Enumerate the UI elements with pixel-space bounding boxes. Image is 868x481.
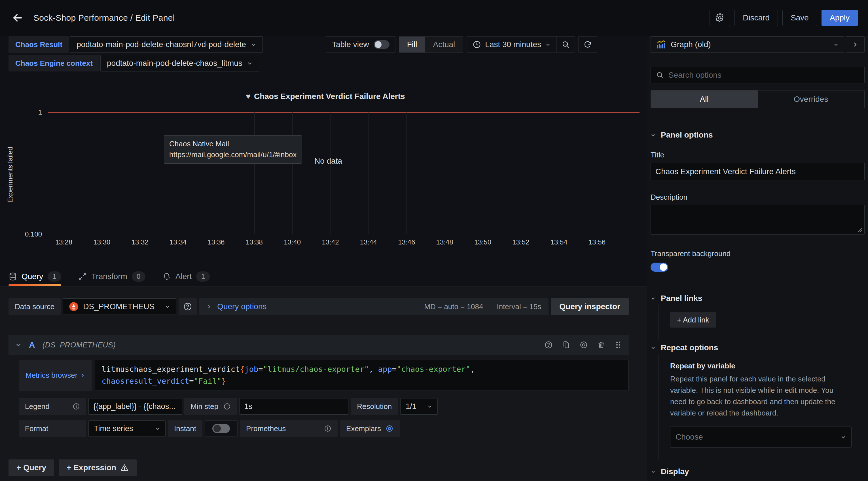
metrics-browser-label: Metrics browser <box>26 371 78 380</box>
transparent-bg-toggle[interactable] <box>651 263 668 272</box>
datasource-picker[interactable]: DS_PROMETHEUS <box>63 298 176 315</box>
chevron-down-icon <box>251 42 256 48</box>
max-data-points-text: MD = auto = 1084 <box>424 302 483 311</box>
transform-icon <box>78 272 87 281</box>
tab-transform[interactable]: Transform 0 <box>78 267 146 286</box>
time-range-picker[interactable]: Last 30 minutes <box>467 36 575 53</box>
time-range-main[interactable]: Last 30 minutes <box>467 37 556 53</box>
y-axis-label: Experiments failed <box>6 147 14 203</box>
search-options-input[interactable]: Search options <box>651 67 865 83</box>
format-label-chip: Format <box>19 420 86 437</box>
visualization-row: Graph (old) <box>651 36 865 53</box>
exemplars-field[interactable]: Exemplars <box>340 420 400 437</box>
tooltip-url: https://mail.google.com/mail/u/1/#inbox <box>169 149 297 160</box>
divider <box>647 124 868 124</box>
discard-button[interactable]: Discard <box>735 10 778 26</box>
promql-query-input[interactable]: litmuschaos_experiment_verdict{job="litm… <box>95 360 629 391</box>
add-link-button[interactable]: + Add link <box>670 312 716 328</box>
table-view-switch[interactable] <box>374 40 390 49</box>
gridline <box>521 112 521 234</box>
query-options-bar[interactable]: Query options MD = auto = 1084 Interval … <box>199 298 549 315</box>
zoom-out-icon <box>562 40 570 49</box>
query-inspector-button[interactable]: Query inspector <box>551 298 629 315</box>
description-field-label: Description <box>651 193 865 202</box>
panel-options-section-header[interactable]: Panel options <box>651 128 865 142</box>
variable-value-dropdown[interactable]: podtato-main-pod-delete-chaos_litmus <box>100 55 259 71</box>
tab-overrides[interactable]: Overrides <box>758 90 865 108</box>
metrics-browser-button[interactable]: Metrics browser <box>19 360 92 391</box>
x-axis-tick: 13:54 <box>551 238 567 246</box>
panel-description-textarea[interactable] <box>651 205 865 235</box>
x-axis-tick: 13:42 <box>322 238 339 246</box>
tab-alert[interactable]: Alert 1 <box>162 267 210 286</box>
add-query-button[interactable]: + Query <box>8 459 54 476</box>
back-arrow-icon[interactable] <box>10 10 25 25</box>
panel-links-section-header[interactable]: Panel links <box>651 292 865 305</box>
chevron-right-icon <box>80 373 85 378</box>
query-options-row-2: Format Time series Instant <box>19 420 629 437</box>
fill-actual-group: Fill Actual <box>399 36 463 53</box>
panel-links-body: + Add link <box>658 305 865 340</box>
visualization-picker[interactable]: Graph (old) <box>651 36 844 53</box>
add-expression-button[interactable]: + Expression <box>59 459 136 476</box>
datasource-label: Data source <box>8 298 61 315</box>
actual-option[interactable]: Actual <box>425 37 463 53</box>
repeat-variable-select[interactable]: Choose <box>670 426 851 448</box>
tab-transform-label: Transform <box>91 272 127 281</box>
datasource-help-button[interactable] <box>179 298 197 315</box>
resolution-select[interactable]: 1/1 <box>400 398 438 415</box>
y-axis-tick: 0.100 <box>2 230 42 238</box>
save-button[interactable]: Save <box>782 10 817 26</box>
warning-triangle-icon <box>120 463 129 472</box>
chevron-right-icon <box>852 41 858 48</box>
search-placeholder: Search options <box>669 71 721 80</box>
search-icon <box>656 71 664 79</box>
page-title: Sock-Shop Performance / Edit Panel <box>33 13 175 23</box>
info-circle-icon <box>72 403 80 410</box>
help-circle-icon[interactable] <box>544 341 553 349</box>
drag-handle-icon[interactable] <box>615 341 622 349</box>
delete-query-trash-icon[interactable] <box>597 341 606 349</box>
instant-toggle[interactable] <box>205 420 238 437</box>
dashboard-variables: Chaos Result podtato-main-pod-delete-cha… <box>8 36 263 71</box>
fill-option[interactable]: Fill <box>399 37 425 53</box>
repeat-options-section-header[interactable]: Repeat options <box>651 341 865 354</box>
collapse-pane-button[interactable] <box>846 36 865 53</box>
instant-switch[interactable] <box>212 424 230 433</box>
topbar-actions: Discard Save Apply <box>710 10 858 26</box>
legend-input[interactable] <box>88 398 182 415</box>
gridline <box>483 112 483 234</box>
all-overrides-tabs: All Overrides <box>651 90 865 108</box>
visualization-name: Graph (old) <box>671 40 711 49</box>
duplicate-query-icon[interactable] <box>562 341 570 349</box>
chevron-down-icon <box>155 426 160 431</box>
gridline <box>64 112 64 234</box>
tab-query[interactable]: Query 1 <box>8 267 61 286</box>
query-row-header[interactable]: A (DS_PROMETHEUS) <box>8 335 629 355</box>
table-view-toggle[interactable]: Table view <box>326 36 396 53</box>
graph-vis-icon <box>656 39 666 50</box>
collapse-chevron-icon[interactable] <box>15 342 22 348</box>
chevron-down-icon <box>247 60 253 66</box>
min-step-input[interactable] <box>239 398 348 415</box>
apply-button[interactable]: Apply <box>822 10 858 26</box>
panel-settings-button[interactable] <box>710 10 730 26</box>
panel-title-input[interactable] <box>651 163 865 180</box>
format-select[interactable]: Time series <box>88 420 165 437</box>
format-value: Time series <box>94 424 133 433</box>
disable-query-eye-icon[interactable] <box>580 341 588 349</box>
gridline <box>445 112 445 234</box>
resize-grip-icon[interactable] <box>857 227 863 233</box>
tab-all[interactable]: All <box>651 90 758 108</box>
display-section-header[interactable]: Display <box>651 465 865 478</box>
zoom-out-button[interactable] <box>556 37 575 53</box>
x-axis-tick: 13:44 <box>360 238 377 246</box>
legend-field: Legend <box>19 398 86 415</box>
tab-alert-label: Alert <box>176 272 192 281</box>
chevron-right-icon <box>206 304 212 309</box>
x-axis-ticks: 13:2813:3013:3213:3413:3613:3813:4013:42… <box>48 238 640 248</box>
gridline <box>331 112 331 234</box>
chart-plot-area[interactable] <box>48 112 640 234</box>
variable-value-dropdown[interactable]: podtato-main-pod-delete-chaosnl7vd-pod-d… <box>70 36 263 53</box>
refresh-button[interactable] <box>578 36 597 53</box>
